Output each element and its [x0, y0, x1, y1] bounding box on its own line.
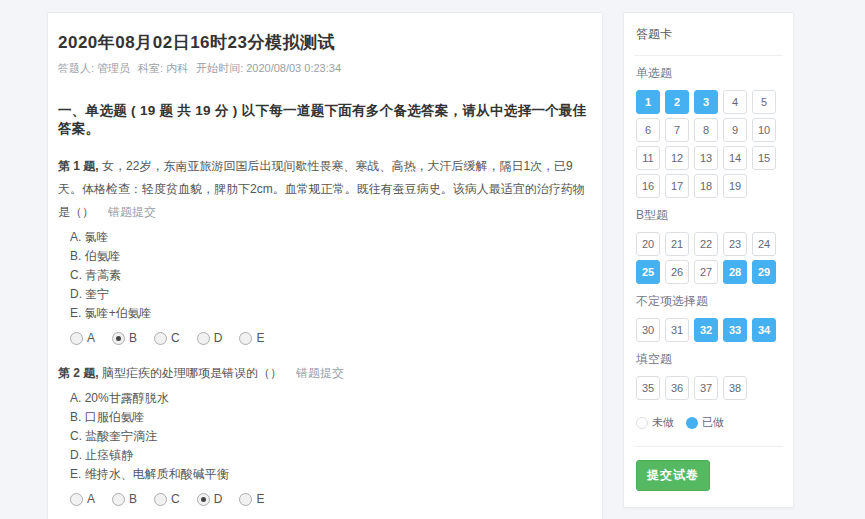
legend-undone: 未做	[636, 415, 674, 430]
choice-label: A	[87, 331, 95, 345]
meta-label: 答题人:	[58, 62, 94, 74]
question-number-button[interactable]: 35	[636, 376, 660, 400]
option-item: C. 盐酸奎宁滴注	[70, 427, 590, 446]
question-number-grid: 12345678910111213141516171819	[634, 90, 783, 198]
exam-meta: 答题人:管理员科室:内科开始时间:2020/08/03 0:23:34	[58, 61, 590, 76]
choice-label: D	[214, 492, 223, 506]
question-number-button[interactable]: 17	[665, 174, 689, 198]
option-item: B. 伯氨喹	[70, 247, 590, 266]
question-number-button[interactable]: 2	[665, 90, 689, 114]
done-dot-icon	[686, 417, 698, 429]
meta-label: 科室:	[138, 62, 163, 74]
status-legend: 未做 已做	[636, 415, 783, 430]
meta-value: 内科	[166, 62, 188, 74]
legend-done-label: 已做	[702, 415, 724, 430]
question-number-button[interactable]: 8	[694, 118, 718, 142]
choice-C[interactable]: C	[154, 331, 180, 345]
question-number-button[interactable]: 37	[694, 376, 718, 400]
question-number-button[interactable]: 33	[723, 318, 747, 342]
question-number-button[interactable]: 36	[665, 376, 689, 400]
choice-row: ABCDE	[70, 492, 590, 506]
question-number-button[interactable]: 9	[723, 118, 747, 142]
radio-icon	[239, 332, 252, 345]
radio-icon	[197, 493, 210, 506]
choice-label: B	[129, 331, 137, 345]
choice-B[interactable]: B	[112, 492, 137, 506]
option-list: A. 氯喹B. 伯氨喹C. 青蒿素D. 奎宁E. 氯喹+伯氨喹	[70, 228, 590, 323]
choice-C[interactable]: C	[154, 492, 180, 506]
choice-label: D	[214, 331, 223, 345]
question-number-button[interactable]: 18	[694, 174, 718, 198]
answer-card-title: 答题卡	[634, 24, 783, 55]
question-number-button[interactable]: 29	[752, 260, 776, 284]
divider	[634, 446, 783, 447]
question-number-button[interactable]: 1	[636, 90, 660, 114]
question-number-button[interactable]: 15	[752, 146, 776, 170]
divider	[634, 55, 783, 56]
choice-D[interactable]: D	[197, 492, 223, 506]
choice-E[interactable]: E	[239, 331, 264, 345]
question-number-button[interactable]: 32	[694, 318, 718, 342]
exam-title: 2020年08月02日16时23分模拟测试	[58, 31, 590, 54]
meta-value: 2020/08/03 0:23:34	[246, 62, 341, 74]
question-number-grid: 35363738	[634, 376, 783, 400]
question-number-button[interactable]: 22	[694, 232, 718, 256]
question-number-button[interactable]: 38	[723, 376, 747, 400]
radio-icon	[70, 332, 83, 345]
meta-value: 管理员	[97, 62, 130, 74]
question-number-button[interactable]: 10	[752, 118, 776, 142]
submit-exam-button[interactable]: 提交试卷	[636, 460, 710, 491]
answer-card: 答题卡 单选题12345678910111213141516171819B型题2…	[623, 12, 794, 508]
choice-label: C	[171, 492, 180, 506]
question-number-button[interactable]: 25	[636, 260, 660, 284]
question-number-button[interactable]: 6	[636, 118, 660, 142]
choice-A[interactable]: A	[70, 331, 95, 345]
section-heading: 一、单选题 ( 19 题 共 19 分 ) 以下每一道题下面有多个备选答案，请从…	[58, 102, 590, 138]
option-item: D. 止痉镇静	[70, 446, 590, 465]
question-block: 第 1 题, 女，22岁，东南亚旅游回国后出现间歇性畏寒、寒战、高热，大汗后缓解…	[58, 155, 590, 345]
question-number-button[interactable]: 14	[723, 146, 747, 170]
exam-panel: 2020年08月02日16时23分模拟测试 答题人:管理员科室:内科开始时间:2…	[47, 12, 603, 519]
choice-B[interactable]: B	[112, 331, 137, 345]
question-number-button[interactable]: 21	[665, 232, 689, 256]
wrong-submit-link[interactable]: 错题提交	[108, 205, 156, 219]
question-number-button[interactable]: 19	[723, 174, 747, 198]
question-number-button[interactable]: 20	[636, 232, 660, 256]
question-list: 第 1 题, 女，22岁，东南亚旅游回国后出现间歇性畏寒、寒战、高热，大汗后缓解…	[58, 155, 590, 519]
radio-icon	[197, 332, 210, 345]
legend-done: 已做	[686, 415, 724, 430]
question-block: 第 2 题, 脑型疟疾的处理哪项是错误的（）错题提交A. 20%甘露醇脱水B. …	[58, 362, 590, 506]
question-number-button[interactable]: 24	[752, 232, 776, 256]
question-number-button[interactable]: 26	[665, 260, 689, 284]
meta-label: 开始时间:	[196, 62, 243, 74]
question-number-button[interactable]: 23	[723, 232, 747, 256]
question-stem: 脑型疟疾的处理哪项是错误的（）	[102, 366, 282, 380]
wrong-submit-link[interactable]: 错题提交	[296, 366, 344, 380]
question-number-button[interactable]: 11	[636, 146, 660, 170]
question-number-button[interactable]: 30	[636, 318, 660, 342]
question-number-button[interactable]: 5	[752, 90, 776, 114]
question-number-button[interactable]: 34	[752, 318, 776, 342]
radio-icon	[154, 493, 167, 506]
question-number-button[interactable]: 27	[694, 260, 718, 284]
radio-icon	[112, 493, 125, 506]
question-number-button[interactable]: 31	[665, 318, 689, 342]
option-item: A. 氯喹	[70, 228, 590, 247]
choice-row: ABCDE	[70, 331, 590, 345]
question-number-grid: 3031323334	[634, 318, 783, 342]
question-number-button[interactable]: 7	[665, 118, 689, 142]
question-number-button[interactable]: 4	[723, 90, 747, 114]
choice-label: C	[171, 331, 180, 345]
question-number-button[interactable]: 16	[636, 174, 660, 198]
choice-E[interactable]: E	[239, 492, 264, 506]
choice-A[interactable]: A	[70, 492, 95, 506]
choice-D[interactable]: D	[197, 331, 223, 345]
card-section-label: 不定项选择题	[636, 293, 783, 310]
card-section-label: B型题	[636, 207, 783, 224]
choice-label: B	[129, 492, 137, 506]
question-number-button[interactable]: 3	[694, 90, 718, 114]
question-number-button[interactable]: 12	[665, 146, 689, 170]
question-number-button[interactable]: 28	[723, 260, 747, 284]
option-item: E. 氯喹+伯氨喹	[70, 304, 590, 323]
question-number-button[interactable]: 13	[694, 146, 718, 170]
